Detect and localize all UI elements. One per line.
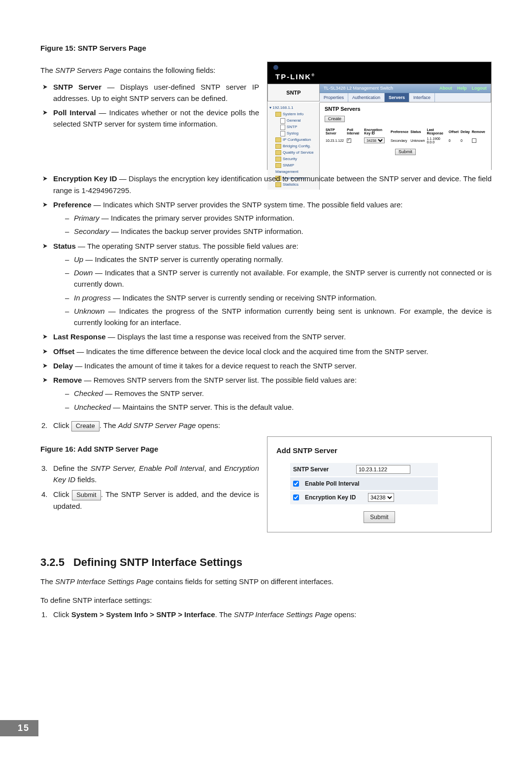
- add-submit-button[interactable]: Submit: [364, 511, 395, 524]
- tab-servers[interactable]: Servers: [385, 93, 409, 102]
- servers-table: SNTP Server Poll Interval Encryption Key…: [325, 127, 486, 145]
- tree-sntp[interactable]: SNTP: [269, 124, 317, 130]
- encryption-key-checkbox[interactable]: [293, 494, 299, 500]
- screenshot-sntp-servers-page: TP-LINK® SNTP TL-SL3428 L2 Management Sw…: [267, 62, 492, 170]
- field-sntp-server: SNTP Server: [290, 463, 438, 476]
- poll-checkbox[interactable]: [347, 138, 351, 143]
- bullet-offset: Offset — Indicates the time difference b…: [40, 346, 492, 357]
- create-button[interactable]: Create: [325, 116, 345, 122]
- bullet-delay: Delay — Indicates the amount of time it …: [40, 360, 492, 371]
- panel-heading: SNTP Servers: [325, 106, 486, 112]
- section-intro-1: The SNTP Interface Settings Page contain…: [40, 576, 492, 587]
- tree-root[interactable]: ▾ 192.168.1.1: [269, 104, 317, 111]
- tab-authentication[interactable]: Authentication: [348, 93, 385, 102]
- tab-interface[interactable]: Interface: [409, 93, 435, 102]
- create-inline-button: Create: [71, 421, 100, 431]
- submit-inline-button: Submit: [72, 490, 100, 500]
- bullet-poll-interval: Poll Interval — Indicates whether or not…: [40, 107, 259, 130]
- model-label: TL-SL3428 L2 Management Switch: [324, 86, 393, 91]
- figure-16-caption: Figure 16: Add SNTP Server Page: [40, 443, 259, 455]
- bullet-preference: Preference — Indicates which SNTP server…: [40, 199, 492, 237]
- tree-bridging[interactable]: Bridging Config.: [269, 143, 317, 149]
- tree-ip-config[interactable]: IP Configuration: [269, 136, 317, 143]
- section-heading: 3.2.5Defining SNTP Interface Settings: [40, 554, 492, 571]
- brand-text: TP-LINK®: [275, 73, 486, 80]
- figure-15-caption: Figure 15: SNTP Servers Page: [40, 42, 492, 54]
- tree-syslog[interactable]: Syslog: [269, 130, 317, 136]
- field-encryption-key: Encryption Key ID 34238: [290, 491, 438, 504]
- bullet-remove: Remove — Removes SNTP servers from the S…: [40, 374, 492, 413]
- step-2: 2. Click Create. The Add SNTP Server Pag…: [40, 420, 492, 431]
- about-link[interactable]: About: [439, 86, 452, 91]
- enc-key-select[interactable]: 34238: [364, 137, 385, 143]
- help-link[interactable]: Help: [457, 86, 467, 91]
- tree-system-info[interactable]: System Info: [269, 111, 317, 117]
- remove-checkbox[interactable]: [472, 138, 476, 143]
- step-1-interface: 1. Click System > System Info > SNTP > I…: [40, 609, 492, 620]
- page-number: 15: [0, 720, 38, 736]
- tab-properties[interactable]: Properties: [320, 93, 348, 102]
- encryption-key-select[interactable]: 34238: [368, 493, 394, 502]
- bullet-sntp-server: SNTP Server — Displays user-defined SNTP…: [40, 81, 259, 104]
- tree-security[interactable]: Security: [269, 156, 317, 162]
- intro-text: The SNTP Servers Page contains the follo…: [40, 65, 259, 76]
- submit-button[interactable]: Submit: [395, 149, 416, 155]
- table-row: 10.23.1.122 34238 Secondary Unknown 1.1.…: [325, 136, 486, 145]
- logo-dot: [273, 65, 278, 70]
- step-3: 3. Define the SNTP Server, Enable Poll I…: [40, 462, 259, 486]
- screenshot-add-sntp-server: Add SNTP Server SNTP Server Enable Poll …: [267, 436, 492, 533]
- logout-link[interactable]: Logout: [472, 86, 487, 91]
- side-section-label: SNTP: [267, 84, 320, 101]
- tree-general[interactable]: General: [269, 117, 317, 124]
- bullet-last-response: Last Response — Displays the last time a…: [40, 331, 492, 342]
- bullet-encryption-key: Encryption Key ID — Displays the encrypt…: [40, 173, 492, 196]
- add-heading: Add SNTP Server: [276, 445, 482, 456]
- bullet-status: Status — The operating SNTP server statu…: [40, 240, 492, 329]
- section-intro-2: To define SNTP interface settings:: [40, 594, 492, 606]
- enable-poll-checkbox[interactable]: [293, 481, 299, 487]
- sntp-server-input[interactable]: [356, 465, 410, 474]
- step-4: 4. Click Submit. The SNTP Server is adde…: [40, 489, 259, 512]
- field-enable-poll: Enable Poll Interval: [290, 477, 438, 491]
- tree-qos[interactable]: Quality of Service: [269, 149, 317, 156]
